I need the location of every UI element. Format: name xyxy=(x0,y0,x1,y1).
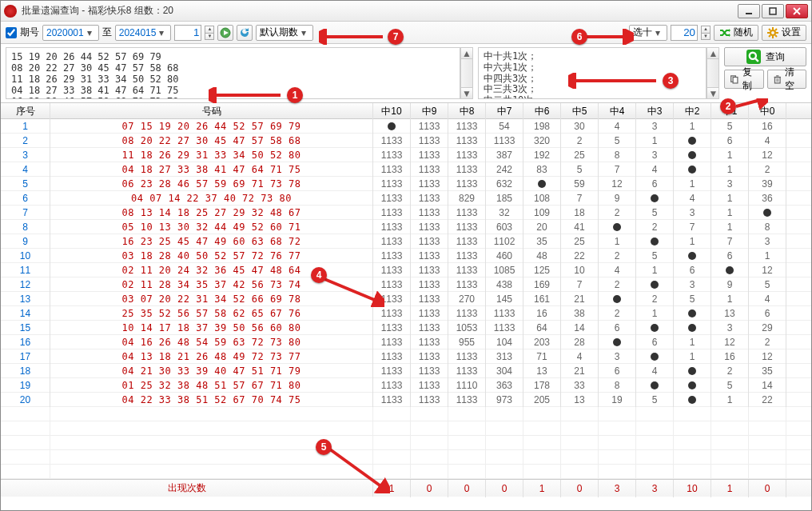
cell-data: 270 xyxy=(448,292,486,306)
col-header[interactable]: 中2 xyxy=(674,103,711,119)
random-button[interactable]: 随机 xyxy=(714,25,758,41)
spinner-down-icon[interactable]: ▼ xyxy=(205,33,214,40)
table-row[interactable]: 1804 21 30 33 39 40 47 51 71 79113311331… xyxy=(1,364,811,378)
play-button[interactable] xyxy=(217,25,233,41)
right-scrollbar[interactable]: ▲▼ xyxy=(707,47,719,99)
scroll-up-icon[interactable]: ▲ xyxy=(461,48,472,59)
period-checkbox[interactable] xyxy=(6,27,17,38)
col-header[interactable]: 中4 xyxy=(599,103,636,119)
scroll-down-icon[interactable]: ▼ xyxy=(461,87,472,98)
svg-point-8 xyxy=(770,30,775,35)
col-header[interactable]: 中7 xyxy=(486,103,523,119)
col-header[interactable]: 中9 xyxy=(411,103,448,119)
table-row[interactable]: 404 18 27 33 38 41 47 64 71 751133113311… xyxy=(1,162,811,177)
cell-data: 1133 xyxy=(486,306,523,321)
table-row[interactable]: 1102 11 20 24 32 36 45 47 48 64113311331… xyxy=(1,263,811,277)
period-to-combo[interactable]: 2024015▾ xyxy=(115,25,172,41)
col-header[interactable]: 中8 xyxy=(448,103,486,119)
col-header-idx[interactable]: 序号 xyxy=(1,103,50,119)
cell-data: 1133 xyxy=(411,148,448,162)
col-header[interactable]: 中5 xyxy=(561,103,599,119)
settings-label: 设置 xyxy=(782,26,801,39)
minimize-button[interactable] xyxy=(738,4,760,18)
cell-data xyxy=(636,277,674,292)
refresh-button[interactable] xyxy=(237,25,253,41)
cell-data xyxy=(636,378,674,393)
settings-button[interactable]: 设置 xyxy=(762,25,806,41)
period-from-combo[interactable]: 2020001▾ xyxy=(42,25,99,41)
clear-button[interactable]: 清空 xyxy=(767,70,806,89)
dot-icon xyxy=(688,252,696,260)
table-row[interactable]: 916 23 25 45 47 49 60 63 68 721133113311… xyxy=(1,234,811,249)
cell-data: 1133 xyxy=(373,335,411,349)
table-row[interactable]: 311 18 26 29 31 33 34 50 52 801133113311… xyxy=(1,148,811,162)
table-row[interactable]: 1901 25 32 38 48 51 57 67 71 80113311331… xyxy=(1,378,811,393)
scroll-up-icon[interactable]: ▲ xyxy=(707,48,718,59)
cell-data: 438 xyxy=(486,277,523,292)
cell-data: 1133 xyxy=(373,349,411,364)
cell-data xyxy=(674,148,711,162)
cell-data: 1133 xyxy=(373,177,411,191)
col-header[interactable]: 中3 xyxy=(636,103,674,119)
spinner-up-icon[interactable]: ▲ xyxy=(205,26,214,33)
cell-data: 2 xyxy=(711,364,749,378)
titlebar: 批量遗漏查询 - 福彩快乐8 组数：20 xyxy=(1,1,811,22)
cell-data: 1133 xyxy=(373,263,411,277)
col-header[interactable]: 中6 xyxy=(523,103,561,119)
cell-hm: 11 18 26 29 31 33 34 50 52 80 xyxy=(50,148,373,162)
cell-data: 3 xyxy=(711,321,749,335)
cell-data: 7 xyxy=(711,234,749,249)
cell-data: 1 xyxy=(674,234,711,249)
count-input[interactable] xyxy=(174,25,201,41)
query-button[interactable]: 查询 xyxy=(724,47,806,66)
right-textarea[interactable]: 中十共1次； 中六共1次； 中四共3次； 中三共3次； 中二共10次； xyxy=(478,47,707,99)
close-button[interactable] xyxy=(786,4,808,18)
table-row[interactable]: 805 10 13 30 32 44 49 52 60 711133113311… xyxy=(1,220,811,234)
cell-idx: 18 xyxy=(1,364,50,378)
cell-data: 4 xyxy=(599,119,636,134)
select-mode-combo[interactable]: 选十▾ xyxy=(629,25,667,41)
cell-data: 1 xyxy=(711,191,749,206)
table-row[interactable]: 1202 11 28 34 35 37 42 56 73 74113311331… xyxy=(1,277,811,292)
spinner-up-icon[interactable]: ▲ xyxy=(701,26,710,33)
table-row[interactable]: 208 20 22 27 30 45 47 57 58 681133113311… xyxy=(1,134,811,148)
svg-line-15 xyxy=(769,35,770,37)
left-scrollbar[interactable]: ▲▼ xyxy=(460,47,473,99)
dot-icon xyxy=(688,151,696,159)
select-num-input[interactable] xyxy=(671,25,698,41)
cell-data: 6 xyxy=(711,249,749,263)
table-row[interactable]: 1604 16 26 48 54 59 63 72 73 80113311339… xyxy=(1,335,811,349)
cell-data xyxy=(636,349,674,364)
left-textarea[interactable]: 15 19 20 26 44 52 57 69 79 08 20 22 27 3… xyxy=(6,47,460,99)
col-header[interactable]: 中10 xyxy=(373,103,411,119)
cell-data: 1133 xyxy=(373,206,411,220)
svg-point-17 xyxy=(749,53,755,59)
table-row[interactable]: 604 07 14 22 37 40 72 73 801133113382918… xyxy=(1,191,811,206)
select-num-spinner[interactable]: ▲▼ xyxy=(701,26,710,40)
table-row[interactable]: 2004 22 33 38 51 52 67 70 74 75113311331… xyxy=(1,393,811,407)
cell-data: 104 xyxy=(486,335,523,349)
cell-data: 2 xyxy=(749,335,786,349)
col-header[interactable]: 中1 xyxy=(711,103,749,119)
cell-data: 5 xyxy=(599,134,636,148)
scroll-down-icon[interactable]: ▼ xyxy=(707,87,718,98)
spinner-down-icon[interactable]: ▼ xyxy=(701,33,710,40)
default-periods-combo[interactable]: 默认期数▾ xyxy=(256,25,313,41)
table-row[interactable]: 1003 18 28 40 50 52 57 72 76 77113311331… xyxy=(1,249,811,263)
table-row[interactable]: 1425 35 52 56 57 58 62 65 67 76113311331… xyxy=(1,306,811,321)
table-row[interactable]: 1704 13 18 21 26 48 49 72 73 77113311331… xyxy=(1,349,811,364)
cell-data: 28 xyxy=(561,335,599,349)
table-row[interactable]: 1510 14 17 18 37 39 50 56 60 80113311331… xyxy=(1,321,811,335)
maximize-button[interactable] xyxy=(762,4,784,18)
cell-data: 632 xyxy=(486,177,523,191)
table-row[interactable]: 708 13 14 18 25 27 29 32 48 671133113311… xyxy=(1,206,811,220)
col-header[interactable]: 中0 xyxy=(749,103,786,119)
table-row[interactable]: 506 23 28 46 57 59 69 71 73 781133113311… xyxy=(1,177,811,191)
copy-button[interactable]: 复制 xyxy=(724,70,763,89)
table-row[interactable]: 107 15 19 20 26 44 52 57 69 791133113354… xyxy=(1,119,811,134)
gear-icon xyxy=(767,27,778,38)
table-row[interactable]: 1303 07 20 22 31 34 52 66 69 78113311332… xyxy=(1,292,811,306)
col-header-hm[interactable]: 号码 xyxy=(50,103,373,119)
cell-data: 2 xyxy=(636,220,674,234)
count-spinner[interactable]: ▲▼ xyxy=(205,26,214,40)
